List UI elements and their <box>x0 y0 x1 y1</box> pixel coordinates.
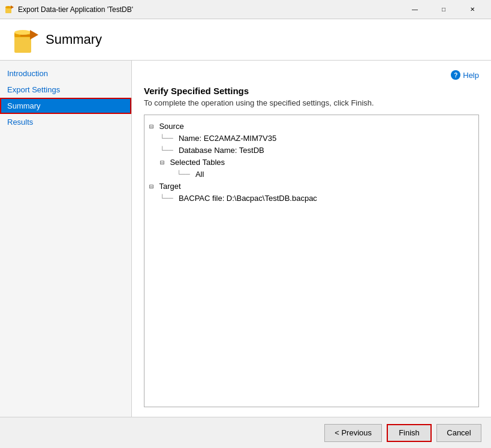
title-bar-text: Export Data-tier Application 'TestDB' <box>18 5 401 14</box>
svg-marker-2 <box>11 5 14 9</box>
settings-tree: ⊟ Source └── Name: EC2AMAZ-MIM7V35 └── D… <box>144 115 479 407</box>
tree-node-selected-tables: ⊟ Selected Tables <box>149 157 474 168</box>
previous-button[interactable]: < Previous <box>324 424 382 442</box>
sidebar-item-export-settings[interactable]: Export Settings <box>0 82 131 98</box>
help-icon: ? <box>451 70 460 80</box>
content-area: ? Help Verify Specified Settings To comp… <box>132 61 491 417</box>
sidebar: Introduction Export Settings Summary Res… <box>0 61 132 417</box>
page-header: Summary <box>0 19 491 61</box>
svg-point-1 <box>5 6 11 8</box>
help-link[interactable]: ? Help <box>451 70 479 80</box>
header-icon <box>12 26 36 53</box>
sidebar-item-summary[interactable]: Summary <box>0 98 131 114</box>
title-bar: Export Data-tier Application 'TestDB' — … <box>0 0 491 19</box>
tree-node-source: ⊟ Source <box>149 121 474 132</box>
minimize-button[interactable]: — <box>401 0 429 19</box>
app-icon <box>5 5 14 14</box>
content-header-row: ? Help <box>144 70 479 80</box>
cancel-button[interactable]: Cancel <box>436 424 481 442</box>
page-title: Summary <box>46 32 102 47</box>
tree-node-name: └── Name: EC2AMAZ-MIM7V35 <box>149 133 474 144</box>
maximize-button[interactable]: □ <box>430 0 457 19</box>
section-desc: To complete the operation using the spec… <box>144 98 479 107</box>
svg-point-5 <box>14 30 31 35</box>
main-container: Introduction Export Settings Summary Res… <box>0 61 491 417</box>
sidebar-item-results[interactable]: Results <box>0 114 131 130</box>
tree-node-bacpac: └── BACPAC file: D:\Bacpac\TestDB.bacpac <box>149 193 474 204</box>
sidebar-item-introduction[interactable]: Introduction <box>0 65 131 82</box>
svg-rect-7 <box>20 35 32 37</box>
window-controls: — □ ✕ <box>401 0 486 19</box>
finish-button[interactable]: Finish <box>387 424 432 442</box>
close-button[interactable]: ✕ <box>459 0 486 19</box>
tree-node-dbname: └── Database Name: TestDB <box>149 145 474 156</box>
footer: < Previous Finish Cancel <box>0 417 491 448</box>
tree-node-all: └── All <box>149 169 474 180</box>
tree-node-target: ⊟ Target <box>149 181 474 192</box>
section-title: Verify Specified Settings <box>144 86 479 96</box>
